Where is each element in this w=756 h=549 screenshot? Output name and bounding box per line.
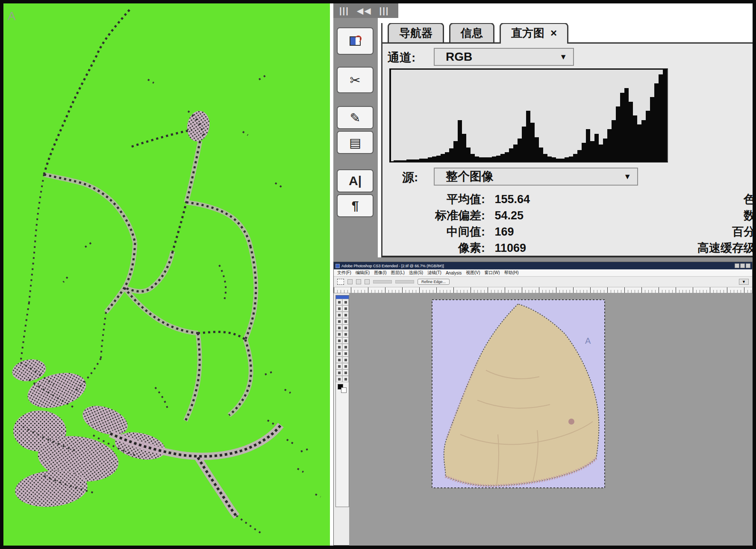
tool-button[interactable] <box>336 344 342 350</box>
tab-info[interactable]: 信息 <box>449 23 494 42</box>
tool-button[interactable] <box>336 376 342 382</box>
histogram-bar <box>629 102 633 161</box>
tool-button[interactable] <box>342 357 349 363</box>
mask-image-graphic <box>3 3 330 546</box>
histogram-bar <box>654 83 659 161</box>
color-panel-button[interactable] <box>337 27 374 55</box>
tool-button[interactable] <box>342 369 349 376</box>
menu-item[interactable]: 文件(F) <box>337 270 351 276</box>
tool-button[interactable] <box>336 369 342 376</box>
source-dropdown[interactable]: 整个图像 ▼ <box>434 168 638 186</box>
histogram-bar <box>646 111 650 161</box>
option-field[interactable] <box>395 280 414 283</box>
tab-navigator[interactable]: 导航器 <box>388 23 444 42</box>
histogram-bar <box>483 157 488 161</box>
tools-panel-button[interactable]: ✂ <box>337 67 374 93</box>
tool-button[interactable] <box>342 299 349 305</box>
selection-mode-icon[interactable] <box>347 279 353 284</box>
menu-item[interactable]: 视图(V) <box>466 270 480 276</box>
tool-button[interactable] <box>336 325 342 331</box>
menu-item[interactable]: 选择(S) <box>409 270 423 276</box>
histogram-bar <box>449 148 453 161</box>
maximize-button[interactable] <box>740 263 745 268</box>
tool-button[interactable] <box>336 299 342 305</box>
histogram-bar <box>594 134 599 161</box>
tool-button[interactable] <box>336 337 342 344</box>
histogram-bar <box>445 152 449 161</box>
paragraph-panel-button[interactable]: ¶ <box>337 194 374 217</box>
channel-dropdown[interactable]: RGB ▼ <box>434 48 574 66</box>
menu-item[interactable]: 帮助(H) <box>504 270 519 276</box>
canvas-annotation-a: A <box>585 336 591 345</box>
refine-edge-button[interactable]: Refine Edge... <box>418 279 450 285</box>
tool-buttons <box>336 299 349 382</box>
selection-mode-icon[interactable] <box>365 279 370 284</box>
tool-button[interactable] <box>336 312 342 318</box>
canvas-graphic: A <box>349 293 753 546</box>
tool-button[interactable] <box>342 318 349 325</box>
tool-button[interactable] <box>342 312 349 318</box>
histogram-bar <box>526 111 530 161</box>
app-icon <box>335 264 340 268</box>
background-color-swatch[interactable] <box>341 387 347 393</box>
stat-value: 155.64 <box>494 193 530 206</box>
palette-grip[interactable] <box>336 295 349 299</box>
tool-button[interactable] <box>336 357 342 363</box>
close-button[interactable] <box>746 263 750 268</box>
stat-right-count: 数量: <box>587 208 753 223</box>
histogram-bar <box>462 134 466 161</box>
brushes-panel-button[interactable]: ✎ <box>337 106 374 129</box>
clone-source-panel-icon: ▤ <box>349 135 361 150</box>
tool-button[interactable] <box>336 305 342 312</box>
histogram-bar <box>641 120 646 161</box>
grip-icon: ||| <box>339 6 349 16</box>
menu-item[interactable]: 图层(L) <box>391 270 405 276</box>
collapse-arrows-icon[interactable]: ◀◀ <box>357 6 372 16</box>
histogram-bar <box>394 160 398 161</box>
histogram-bar <box>518 139 522 162</box>
tool-button[interactable] <box>336 331 342 337</box>
menu-item[interactable]: Analysis <box>446 271 462 275</box>
tool-button[interactable] <box>336 363 342 369</box>
window-titlebar[interactable]: Adobe Photoshop CS3 Extended - [2.tif @ … <box>334 262 752 269</box>
tool-button[interactable] <box>342 344 349 350</box>
source-label: 源: <box>402 169 418 186</box>
histogram-bar <box>603 139 607 162</box>
selection-mode-icon[interactable] <box>356 279 361 284</box>
histogram-bar <box>424 159 428 161</box>
workspace-switcher[interactable]: ▼ <box>739 279 749 285</box>
histogram-bar <box>522 127 526 161</box>
character-panel-button[interactable]: A| <box>337 169 374 192</box>
tool-button[interactable] <box>342 350 349 357</box>
menu-item[interactable]: 窗口(W) <box>485 270 500 276</box>
tool-button[interactable] <box>342 305 349 312</box>
close-icon[interactable]: × <box>550 27 557 39</box>
tool-button[interactable] <box>342 363 349 369</box>
minimize-button[interactable] <box>735 263 739 268</box>
tool-button[interactable] <box>342 331 349 337</box>
tool-button[interactable] <box>342 376 349 382</box>
menu-bar: 文件(F)编辑(E)图像(I)图层(L)选择(S)滤镜(T)Analysis视图… <box>334 269 752 277</box>
histogram-bar <box>428 157 432 161</box>
histogram-bar <box>539 148 543 161</box>
clone-source-panel-button[interactable]: ▤ <box>337 131 374 154</box>
histogram-bar <box>547 156 552 161</box>
tool-button[interactable] <box>336 318 342 325</box>
option-field[interactable] <box>373 280 392 283</box>
menu-item[interactable]: 图像(I) <box>374 270 386 276</box>
histogram-bar <box>471 154 475 161</box>
tab-histogram[interactable]: 直方图× <box>500 23 568 44</box>
tool-button[interactable] <box>336 350 342 357</box>
tool-button[interactable] <box>342 337 349 344</box>
channel-value: RGB <box>435 50 472 64</box>
histogram-bar <box>633 115 637 161</box>
tool-button[interactable] <box>342 325 349 331</box>
menu-item[interactable]: 编辑(E) <box>356 270 370 276</box>
menu-item[interactable]: 滤镜(T) <box>427 270 441 276</box>
histogram-plot <box>389 68 668 162</box>
histogram-bar <box>415 159 419 161</box>
window-controls <box>735 263 750 268</box>
histogram-bar <box>556 159 560 161</box>
stat-value: 54.25 <box>494 209 524 222</box>
grip-icon: ||| <box>379 6 389 16</box>
